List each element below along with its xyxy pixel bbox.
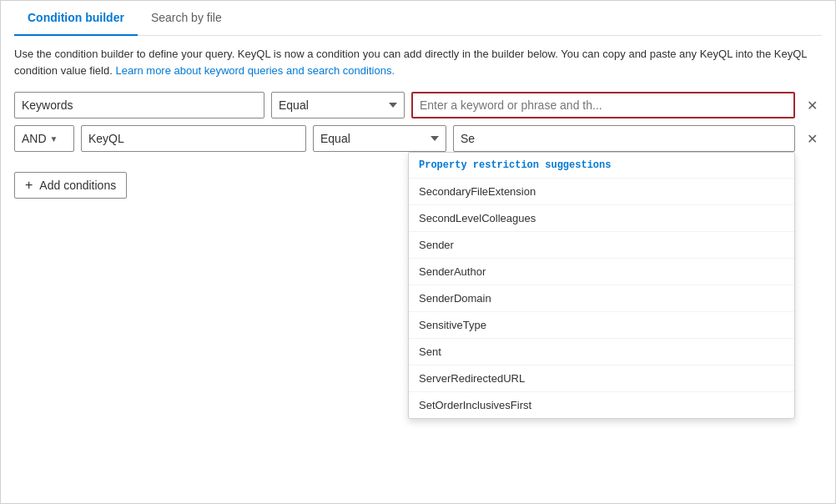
add-conditions-button[interactable]: + Add conditions (14, 172, 127, 199)
condition-row-1: Equal Not equal Contains ✕ (14, 92, 822, 118)
suggestion-item[interactable]: SetOrderInclusivesFirst (409, 391, 794, 418)
field-input-1[interactable] (14, 92, 264, 118)
suggestion-item[interactable]: SensitiveType (409, 311, 794, 338)
suggestion-item[interactable]: SecondLevelColleagues (409, 204, 794, 231)
field-input-2[interactable] (81, 125, 306, 152)
value-input-2[interactable] (453, 125, 795, 152)
operator-select-2[interactable]: Equal Not equal Contains (313, 125, 446, 152)
connector-dropdown[interactable]: AND ▼ (14, 125, 74, 152)
suggestion-item[interactable]: SecondaryFileExtension (409, 178, 794, 204)
learn-more-link[interactable]: Learn more about keyword queries and sea… (115, 64, 395, 77)
suggestion-dropdown: Property restriction suggestions Seconda… (408, 152, 795, 419)
tab-search-by-file[interactable]: Search by file (138, 1, 235, 36)
remove-row-1-button[interactable]: ✕ (802, 95, 822, 115)
suggestion-header: Property restriction suggestions (409, 153, 794, 178)
plus-icon: + (25, 178, 33, 193)
tab-condition-builder[interactable]: Condition builder (14, 1, 138, 36)
suggestion-item[interactable]: Sent (409, 338, 794, 365)
suggestion-item[interactable]: SenderDomain (409, 285, 794, 311)
suggestion-item[interactable]: ServerRedirectedURL (409, 365, 794, 391)
value-input-1[interactable] (411, 92, 795, 118)
suggestion-item[interactable]: SenderAuthor (409, 258, 794, 285)
condition-row-2: AND ▼ Equal Not equal Contains ✕ Propert… (14, 125, 822, 152)
suggestion-item[interactable]: Sender (409, 231, 794, 258)
operator-select-1[interactable]: Equal Not equal Contains (271, 92, 405, 118)
description-text: Use the condition builder to define your… (14, 46, 822, 78)
chevron-down-icon: ▼ (50, 134, 58, 144)
tab-bar: Condition builder Search by file (14, 1, 822, 36)
remove-row-2-button[interactable]: ✕ (802, 129, 822, 149)
